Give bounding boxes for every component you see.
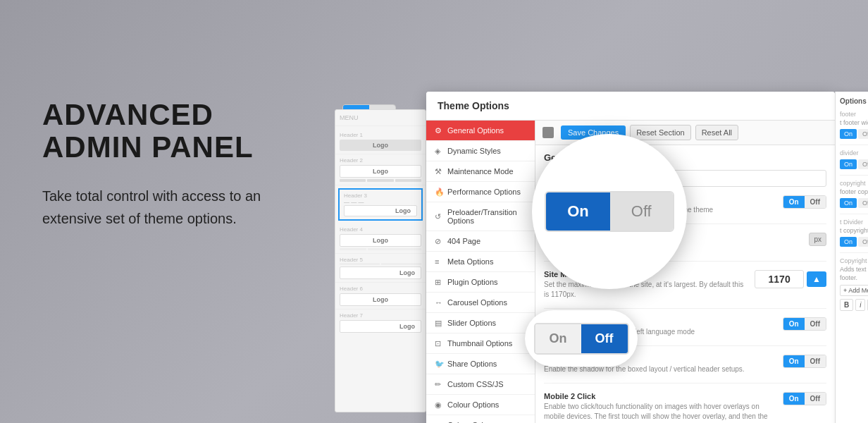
mobile-click-toggle[interactable]: On Off (783, 392, 826, 405)
right-divider-2 (840, 175, 868, 176)
option-control-responsive: On Off (783, 195, 826, 209)
right-footer-off[interactable]: Off (858, 129, 868, 139)
responsive-off[interactable]: Off (805, 196, 826, 208)
mobile-click-on[interactable]: On (783, 393, 805, 405)
big-toggle-page-shadow[interactable]: On Off (534, 323, 629, 355)
max-width-stepper-up[interactable]: ▲ (807, 271, 826, 287)
nav-item-maintenance[interactable]: ⚒ Maintenance Mode (426, 161, 535, 182)
slider-icon: ▤ (435, 319, 443, 327)
right-toggle-divider[interactable]: On Off (840, 159, 868, 169)
grid-icon (542, 127, 554, 138)
right-divider-on[interactable]: On (840, 159, 857, 169)
right-copyright-off[interactable]: Off (858, 198, 868, 208)
performance-icon: 🔥 (435, 188, 443, 196)
right-divider-1 (840, 145, 868, 145)
sidebar-mockup: MENU Header 1 Logo Header 2 Logo Header … (335, 109, 426, 412)
panel-title: Theme Options (426, 92, 835, 121)
nav-item-general[interactable]: ⚙ General Options (426, 121, 535, 141)
right-label-t-divider: t Divider (840, 219, 868, 226)
responsive-toggle[interactable]: On Off (783, 195, 826, 209)
nav-item-404[interactable]: ⊘ 404 Page (426, 231, 535, 252)
right-desc-copyright: footer copyright (840, 188, 868, 195)
big-toggle-off[interactable]: Off (610, 192, 673, 231)
option-info-mobile-click: Mobile 2 Click Enable two click/touch fu… (544, 392, 783, 423)
right-copyright-on[interactable]: On (840, 198, 857, 208)
nav-item-preloader[interactable]: ↺ Preloader/Transition Options (426, 202, 535, 231)
add-media-button[interactable]: + Add Media (840, 285, 868, 296)
right-t-divider-off[interactable]: Off (858, 237, 868, 247)
nav-item-colour[interactable]: ◉ Colour Options (426, 395, 535, 415)
rtl-off[interactable]: Off (805, 318, 826, 330)
page-shadow-off[interactable]: Off (805, 355, 826, 367)
reset-all-button[interactable]: Reset All (695, 125, 738, 140)
right-desc-t-divider: t copyright the copyright. (840, 227, 868, 234)
page-title: Advanced Admin Panel (42, 99, 310, 164)
plugin-icon: ⊞ (435, 278, 443, 286)
carousel-icon: ↔ (435, 298, 443, 307)
colour-icon: ◉ (435, 400, 443, 409)
rtl-toggle[interactable]: On Off (783, 317, 826, 331)
right-footer-on[interactable]: On (840, 129, 857, 139)
preloader-icon: ↺ (435, 212, 443, 221)
right-panel-title: Options (840, 97, 868, 105)
nav-item-thumbnail[interactable]: ⊡ Thumbnail Options (426, 333, 535, 354)
nav-item-dynamic[interactable]: ◈ Dynamic Styles (426, 141, 535, 161)
page-shadow-toggle[interactable]: On Off (783, 355, 826, 368)
share-icon: 🐦 (435, 360, 443, 368)
right-options-panel: Options footer t footer widgets On Off d… (835, 92, 868, 423)
reset-section-button[interactable]: Reset Section (630, 125, 690, 140)
nav-item-share[interactable]: 🐦 Share Options (426, 354, 535, 374)
right-label-copyright-text: Copyright Text (840, 257, 868, 264)
left-text-panel: Advanced Admin Panel Take total control … (42, 99, 310, 230)
option-control-page-shadow: On Off (783, 355, 826, 368)
panel-nav: ⚙ General Options ◈ Dynamic Styles ⚒ Mai… (426, 121, 535, 423)
nav-item-slider[interactable]: ▤ Slider Options (426, 313, 535, 333)
page-shadow-on[interactable]: On (783, 355, 805, 367)
rtl-on[interactable]: On (783, 318, 805, 330)
maintenance-icon: ⚒ (435, 167, 443, 176)
right-divider-4 (840, 252, 868, 253)
mobile-click-off[interactable]: Off (805, 393, 826, 405)
page-subtitle: Take total control with access to an ext… (42, 185, 310, 230)
thumbnail-icon: ⊡ (435, 339, 443, 348)
option-control-rtl: On Off (783, 317, 826, 331)
big-toggle-overlay-1: On Off (532, 134, 687, 289)
nav-item-custom-css[interactable]: ✏ Custom CSS/JS (426, 374, 535, 395)
option-row-mobile-click: Mobile 2 Click Enable two click/touch fu… (544, 392, 826, 423)
right-toggle-copyright[interactable]: On Off (840, 198, 868, 208)
big-toggle-2-off[interactable]: Off (581, 324, 628, 353)
big-toggle-on[interactable]: On (546, 192, 610, 231)
option-control-px: px (809, 233, 826, 246)
nav-item-carousel[interactable]: ↔ Carousel Options (426, 293, 535, 313)
right-desc-copyright-text: Adds text that appears in the footer. (840, 266, 868, 282)
responsive-on[interactable]: On (783, 196, 805, 208)
px-badge[interactable]: px (809, 233, 826, 246)
nav-item-plugin[interactable]: ⊞ Plugin Options (426, 272, 535, 293)
right-format-buttons: B i 🔗 … (840, 299, 868, 311)
option-control-mobile-click: On Off (783, 392, 826, 405)
nav-item-colour-scheme[interactable]: 👁 Colour Scheme Options (426, 415, 535, 423)
right-desc-footer: t footer widgets (840, 119, 868, 126)
big-toggle-responsive[interactable]: On Off (545, 191, 674, 232)
general-icon: ⚙ (435, 126, 443, 135)
right-label-divider: divider (840, 149, 868, 157)
big-toggle-overlay-2: On Off (525, 310, 638, 367)
css-icon: ✏ (435, 380, 443, 388)
right-toggle-footer[interactable]: On Off (840, 129, 868, 139)
option-control-max-width: 1170 ▲ (755, 270, 826, 294)
right-toggle-t-divider[interactable]: On Off (840, 237, 868, 247)
right-label-footer: footer (840, 111, 868, 118)
admin-mockup: MENU Header 1 Logo Header 2 Logo Header … (335, 92, 814, 409)
right-t-divider-on[interactable]: On (840, 237, 857, 247)
meta-icon: ≡ (435, 257, 443, 266)
right-media-buttons: + Add Media (840, 285, 868, 296)
dynamic-icon: ◈ (435, 147, 443, 155)
bold-button[interactable]: B (840, 299, 853, 311)
big-toggle-2-on[interactable]: On (535, 324, 581, 353)
right-divider-3 (840, 214, 868, 214)
italic-button[interactable]: i (855, 299, 865, 311)
nav-item-meta[interactable]: ≡ Meta Options (426, 252, 535, 272)
right-divider-off[interactable]: Off (858, 159, 868, 169)
nav-item-performance[interactable]: 🔥 Performance Options (426, 182, 535, 202)
max-width-input[interactable]: 1170 (755, 270, 804, 288)
